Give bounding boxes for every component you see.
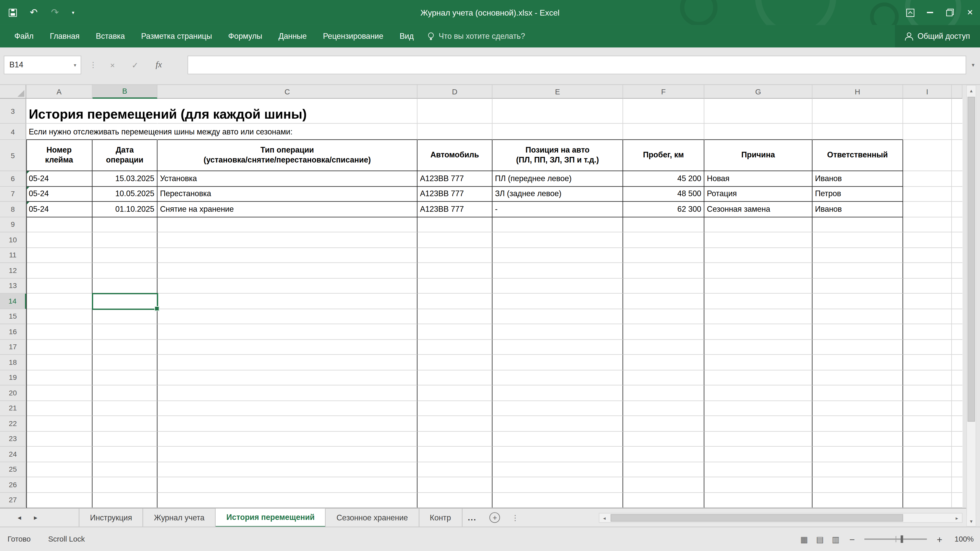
cell-F19[interactable] [623,370,704,386]
cell-E20[interactable] [493,386,623,401]
cell-E8[interactable]: - [493,202,623,217]
cell-F7[interactable]: 48 500 [623,186,704,202]
cell-A20[interactable] [26,386,93,401]
cell-I14[interactable] [903,294,952,309]
cell-A23[interactable] [26,431,93,447]
cell-E13[interactable] [493,278,623,294]
cell-E24[interactable] [493,447,623,462]
cell-H3[interactable] [813,99,903,124]
column-header-B[interactable]: B [92,85,158,99]
cell-A6[interactable]: 05-24 [26,171,93,186]
cell-F5[interactable]: Пробег, км [623,140,704,171]
cell-F15[interactable] [623,309,704,324]
tab-scroll-right-button[interactable]: ▸ [27,508,44,527]
ribbon-tab-review[interactable]: Рецензирование [315,25,391,48]
cell-G22[interactable] [704,416,813,431]
enter-button[interactable]: ✓ [126,56,144,74]
row-header-25[interactable]: 25 [0,462,26,477]
expand-formula-bar-button[interactable]: ▾ [967,56,979,74]
row-header-8[interactable]: 8 [0,202,26,217]
cell-E21[interactable] [493,401,623,416]
cell-I15[interactable] [903,309,952,324]
ribbon-display-options-button[interactable] [900,0,920,25]
normal-view-button[interactable]: ▦ [800,534,808,544]
cell-B21[interactable] [92,401,158,416]
cell-H9[interactable] [813,217,903,232]
cell-H17[interactable] [813,340,903,355]
cell-C14[interactable] [158,294,417,309]
page-break-view-button[interactable]: ▥ [832,534,840,544]
scroll-left-button[interactable]: ◂ [600,513,609,522]
sheet-tab-4[interactable]: Контр [419,508,462,527]
cell-D20[interactable] [417,386,493,401]
row-header-4[interactable]: 4 [0,124,26,140]
cell-I19[interactable] [903,370,952,386]
tab-scroll-left-button[interactable]: ◂ [11,508,27,527]
cell-D17[interactable] [417,340,493,355]
cell-A25[interactable] [26,462,93,477]
cell-H18[interactable] [813,355,903,370]
cell-F10[interactable] [623,232,704,248]
cell-A12[interactable] [26,263,93,278]
cell-B5[interactable]: Дата операции [92,140,158,171]
row-header-10[interactable]: 10 [0,232,26,248]
cell-B27[interactable] [92,492,158,508]
cell-I8[interactable] [903,202,952,217]
ribbon-tab-formulas[interactable]: Формулы [220,25,270,48]
cell-C22[interactable] [158,416,417,431]
column-header-A[interactable]: A [26,85,93,99]
row-header-13[interactable]: 13 [0,278,26,294]
cell-I26[interactable] [903,477,952,492]
cell-H25[interactable] [813,462,903,477]
cell-I17[interactable] [903,340,952,355]
cell-E19[interactable] [493,370,623,386]
cell-I10[interactable] [903,232,952,248]
cell-H8[interactable]: Иванов [813,202,903,217]
cell-D7[interactable]: А123ВВ 777 [417,186,493,202]
cell-H6[interactable]: Иванов [813,171,903,186]
redo-button[interactable]: ↷ [49,5,61,20]
cell-I12[interactable] [903,263,952,278]
horizontal-scrollbar-thumb[interactable] [611,514,903,522]
name-box[interactable]: B14 ▾ [4,56,81,74]
row-header-21[interactable]: 21 [0,401,26,416]
cell-C5[interactable]: Тип операции (установка/снятие/перестано… [158,140,417,171]
row-header-23[interactable]: 23 [0,431,26,447]
cell-H11[interactable] [813,248,903,263]
cell-H16[interactable] [813,324,903,340]
cell-G4[interactable] [704,124,813,140]
cell-C18[interactable] [158,355,417,370]
cell-A7[interactable]: 05-24 [26,186,93,202]
cell-F8[interactable]: 62 300 [623,202,704,217]
cell-G8[interactable]: Сезонная замена [704,202,813,217]
row-header-22[interactable]: 22 [0,416,26,431]
page-layout-view-button[interactable]: ▤ [816,534,824,544]
cell-H19[interactable] [813,370,903,386]
cell-I18[interactable] [903,355,952,370]
cell-D19[interactable] [417,370,493,386]
customize-quick-access-button[interactable]: ▾ [70,5,76,20]
cell-B24[interactable] [92,447,158,462]
cell-C13[interactable] [158,278,417,294]
formula-input[interactable] [188,56,966,74]
cell-E22[interactable] [493,416,623,431]
cell-F24[interactable] [623,447,704,462]
cell-I20[interactable] [903,386,952,401]
cell-C8[interactable]: Снятие на хранение [158,202,417,217]
cell-D21[interactable] [417,401,493,416]
cell-F22[interactable] [623,416,704,431]
restore-button[interactable] [940,0,960,25]
cell-C15[interactable] [158,309,417,324]
formula-bar-splitter[interactable]: ⋮ [89,56,96,74]
cell-F21[interactable] [623,401,704,416]
row-header-12[interactable]: 12 [0,263,26,278]
cell-C27[interactable] [158,492,417,508]
cell-A19[interactable] [26,370,93,386]
cell-G16[interactable] [704,324,813,340]
tell-me-box[interactable]: Что вы хотите сделать? [428,25,525,48]
column-header-C[interactable]: C [158,85,417,99]
cell-F12[interactable] [623,263,704,278]
column-header-E[interactable]: E [493,85,623,99]
cell-D22[interactable] [417,416,493,431]
cell-D8[interactable]: А123ВВ 777 [417,202,493,217]
